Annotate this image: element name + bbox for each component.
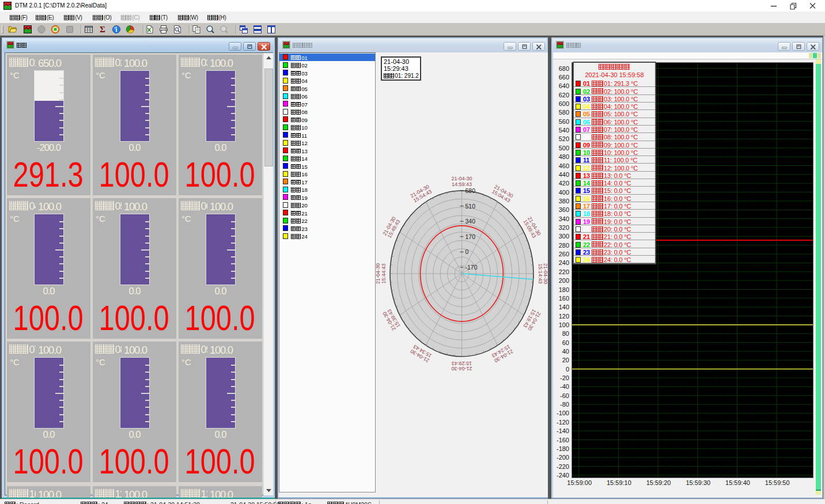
svg-text:14:59:43: 14:59:43 — [452, 181, 472, 187]
svg-text:21-04-30: 21-04-30 — [451, 366, 472, 372]
svg-text:170: 170 — [466, 233, 476, 240]
svg-text:15:29:43: 15:29:43 — [452, 361, 472, 366]
svg-text:15:44:43: 15:44:43 — [381, 263, 387, 283]
svg-text:Σ: Σ — [100, 25, 105, 34]
svg-text:510: 510 — [466, 203, 476, 210]
svg-text:21-04-30: 21-04-30 — [451, 176, 472, 181]
svg-text:0: 0 — [466, 248, 469, 255]
svg-text:340: 340 — [466, 218, 476, 225]
svg-text:680: 680 — [466, 187, 476, 194]
svg-text:-170: -170 — [466, 264, 478, 271]
svg-text:15:14:43: 15:14:43 — [538, 263, 543, 283]
svg-text:21-04-30: 21-04-30 — [375, 263, 381, 284]
